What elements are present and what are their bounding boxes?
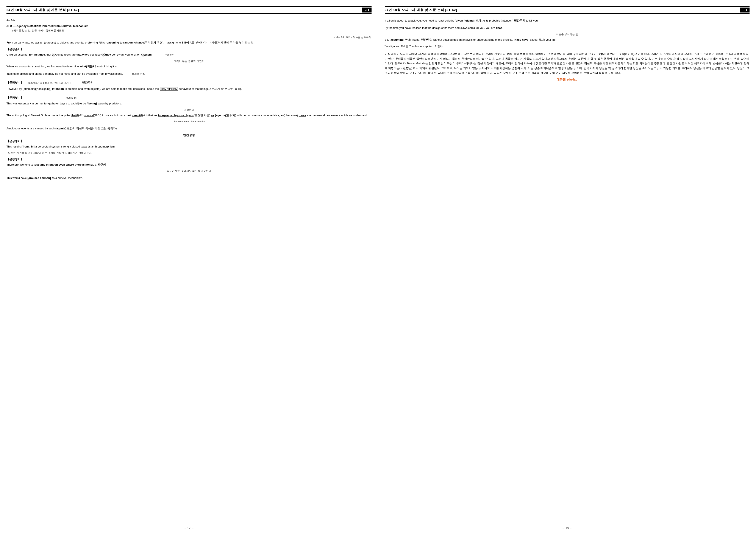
section2-blank1: 빈칸주의 — [82, 81, 93, 85]
left-page-number: － 17 － — [184, 526, 194, 530]
subtitle-sub: （행위를 찾는 것: 생존 매커니즘에서 물려받은） — [11, 29, 371, 33]
korean-para: 어릴 때부터 우리는 사물과 사건에 목적을 부여하며, 무작위적인 우연보다 … — [385, 52, 750, 75]
para5: The anthropologist Stewart Guthrie made … — [7, 113, 371, 124]
para1: From an early age, we assign (purpose) t… — [7, 40, 371, 45]
right-header: 24년 10월 모의고사 내용 및 지문 분석 [31-42] 고1 — [385, 6, 750, 14]
para9: This would have [aroused / arisen] as a … — [7, 175, 371, 181]
section2-annot1: attribute A to B B에 A가 있다고 여기다 — [28, 81, 71, 85]
left-header-grade: 고1 — [362, 8, 371, 13]
para3: Inanimate objects and plants generally d… — [7, 71, 371, 76]
star-note: * ambiguous: 모호한 ** anthropomorphism: 의인… — [385, 44, 750, 48]
section2-label: 【문장넣기】 — [7, 81, 23, 85]
para6: Ambiguous events are caused by such (age… — [7, 126, 371, 131]
right-header-grade: 고1 — [740, 8, 749, 13]
annotation-mental: =human mental characteristics — [7, 119, 371, 124]
right-para2: By the time you have realized that the d… — [385, 25, 750, 31]
section3-text: This was essential / in our hunter-gathe… — [7, 101, 371, 106]
watermark-text: 에듀랩 edu-lab — [557, 78, 577, 81]
section1-label: 【문장순서】 — [7, 47, 371, 51]
section4-label: 【문장넣기】 — [7, 139, 371, 143]
section5-text: Therefore, we tend to (assume intention … — [7, 162, 371, 173]
right-page: 24년 10월 모의고사 내용 및 지문 분석 [31-42] 고1 If a … — [378, 0, 756, 534]
annotation-intention: 의도가 없는 곳에서도 의도를 가정한다 — [7, 168, 371, 173]
section2-text: However, by (attributing(=assigning) int… — [7, 86, 371, 91]
blank-common: 빈칸공통 — [7, 133, 371, 137]
left-page: 24년 10월 모의고사 내용 및 지문 분석 [31-42] 고1 41-42… — [0, 0, 378, 534]
section3-label: 【문장넣기】 — [7, 96, 23, 100]
right-page-number: － 13 － — [562, 526, 572, 530]
problem-number: 41-42. — [7, 18, 371, 21]
right-section1-center: 의도를 부여하는 것 — [385, 33, 750, 37]
para2: When we encounter something, we first ne… — [7, 64, 371, 69]
annotation2: 그것이 무슨 종류의 것인지 — [7, 60, 371, 63]
right-para1: If a lion is about to attack you, you ne… — [385, 18, 750, 23]
annotation4: 주장한다 — [7, 108, 371, 112]
problem-subtitle: 제목 — Agency Detection: Inherited from Su… — [7, 24, 371, 28]
left-header-title: 24년 10월 모의고사 내용 및 지문 분석 [31-42] — [7, 8, 362, 12]
section1-text: Children assume, for instance, that ⓐpoi… — [7, 52, 371, 57]
section5-label: 【문장넣기】 — [7, 157, 371, 161]
left-header: 24년 10월 모의고사 내용 및 지문 분석 [31-42] 고1 — [7, 6, 371, 14]
right-para3: So, (assuming(주어) intent), 빈칸주의 without … — [385, 37, 750, 42]
section3-annot: eating (x) — [67, 96, 77, 99]
right-header-title: 24년 10월 모의고사 내용 및 지문 분석 [31-42] — [385, 8, 740, 12]
section4-text: This results [from / in] a perceptual sy… — [7, 144, 371, 155]
annotation-prefer: prefer A to B B보다 A를 선호하다 — [7, 36, 371, 39]
subtitle-text: 제목 — Agency Detection: Inherited from Su… — [7, 24, 88, 28]
watermark-container: 에듀랩 edu-lab — [385, 78, 750, 82]
